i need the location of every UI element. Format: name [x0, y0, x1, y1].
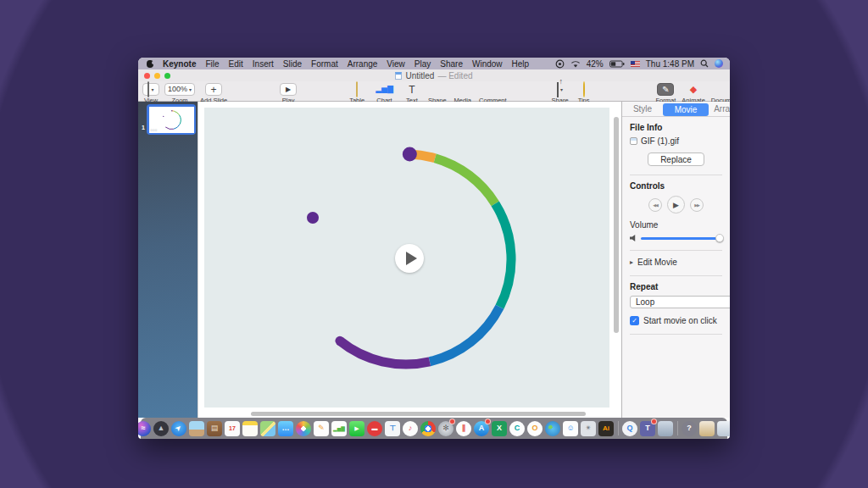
- format-inspector: Style Movie Arrange File Info GIF (1).gi…: [621, 102, 730, 418]
- dock-preview-icon[interactable]: [189, 420, 205, 436]
- app-store-notification-badge: [485, 419, 491, 424]
- dock-messages-icon[interactable]: …: [278, 420, 294, 436]
- menu-help[interactable]: Help: [512, 59, 530, 69]
- slide-thumbnail[interactable]: 000: [149, 107, 194, 133]
- dock-calendar-icon[interactable]: 17: [225, 420, 241, 436]
- dock-contacts-icon[interactable]: ▤: [207, 420, 223, 436]
- search-icon[interactable]: [700, 59, 709, 68]
- dock-communicator-icon[interactable]: ☺: [563, 420, 579, 436]
- volume-slider-knob[interactable]: [715, 234, 724, 242]
- file-info-heading: File Info: [630, 123, 722, 132]
- zoom-value: 100%: [168, 86, 187, 93]
- play-button[interactable]: ▶: [667, 196, 685, 214]
- movie-play-overlay-button[interactable]: [395, 244, 424, 273]
- text-icon: T: [409, 85, 415, 95]
- menu-play[interactable]: Play: [415, 59, 431, 69]
- excel-tile: X: [492, 421, 507, 436]
- dock-itunes-icon[interactable]: ♪: [403, 420, 419, 436]
- facetime-tile: ▶: [349, 421, 364, 436]
- start-movie-checkbox[interactable]: ✓: [630, 316, 639, 325]
- dock-facetime-icon[interactable]: ▶: [349, 420, 365, 436]
- replace-button[interactable]: Replace: [648, 152, 704, 166]
- tab-style[interactable]: Style: [622, 102, 663, 116]
- slide-navigator-item-1[interactable]: 1 000: [138, 102, 198, 135]
- menu-edit[interactable]: Edit: [229, 59, 243, 69]
- window-titlebar[interactable]: Untitled — Edited: [138, 69, 730, 81]
- menu-bar: KeynoteFileEditInsertSlideFormatArrangeV…: [138, 58, 730, 69]
- illustrator-tile: Ai: [598, 421, 614, 436]
- menu-format[interactable]: Format: [311, 59, 338, 69]
- slide-thumbnail-selected[interactable]: 000: [147, 104, 196, 135]
- dock-numbers-icon[interactable]: ▂▅▇: [331, 420, 348, 436]
- dock-satellite-icon[interactable]: ✴: [581, 420, 597, 436]
- wifi-icon[interactable]: [570, 60, 581, 68]
- tab-arrange[interactable]: Arrange: [709, 102, 730, 116]
- messages-tile: …: [278, 421, 293, 436]
- contacts-glyph: ▤: [211, 424, 219, 432]
- shutter-icon[interactable]: [555, 59, 565, 69]
- messages-glyph: …: [282, 424, 290, 432]
- dock-safari-icon[interactable]: ➤: [171, 420, 187, 436]
- dock-office-icon[interactable]: O: [527, 420, 543, 436]
- vertical-scrollbar[interactable]: [614, 117, 619, 333]
- dock-app-store-icon[interactable]: A: [474, 420, 490, 436]
- menu-file[interactable]: File: [205, 59, 219, 69]
- dock-keynote-icon[interactable]: ⊤: [385, 420, 401, 436]
- edit-movie-row[interactable]: ▸ Edit Movie: [622, 251, 730, 267]
- dock-siri-icon[interactable]: ≈: [138, 420, 152, 436]
- dock-quicktime-icon[interactable]: Q: [622, 420, 638, 436]
- us-flag-icon[interactable]: [631, 61, 640, 67]
- slide-navigator[interactable]: 1 000: [138, 102, 198, 418]
- dock-earth-icon[interactable]: [545, 420, 561, 436]
- chevron-down-icon: ▾: [560, 86, 563, 92]
- dock-excel-icon[interactable]: X: [492, 420, 508, 436]
- document-proxy-icon[interactable]: [395, 72, 402, 80]
- siri-icon[interactable]: [715, 59, 723, 68]
- dock-camtasia-icon[interactable]: C: [509, 420, 526, 436]
- menu-slide[interactable]: Slide: [283, 59, 302, 69]
- dock-illustrator-icon[interactable]: Ai: [598, 420, 615, 436]
- slide-canvas[interactable]: [198, 102, 621, 418]
- dock-parallels-icon[interactable]: ∥: [456, 420, 472, 436]
- dock-photos-icon[interactable]: [296, 420, 312, 436]
- disclosure-triangle-icon[interactable]: ▸: [630, 258, 633, 266]
- excel-glyph: X: [497, 424, 502, 432]
- dock-system-preferences-icon[interactable]: ✻: [438, 420, 454, 436]
- menu-insert[interactable]: Insert: [253, 59, 274, 69]
- help-tile: ?: [682, 421, 697, 436]
- dock-launchpad-icon[interactable]: ▲: [153, 420, 170, 436]
- volume-slider[interactable]: [641, 237, 722, 240]
- dock-minimized-window-1-icon[interactable]: [699, 420, 715, 436]
- repeat-dropdown[interactable]: Loop: [630, 296, 730, 308]
- fast-forward-button[interactable]: ▶▶: [690, 198, 704, 212]
- menu-keynote[interactable]: Keynote: [163, 59, 196, 69]
- siri-tile: ≈: [138, 421, 151, 436]
- dock-window-preview-icon[interactable]: [658, 420, 674, 436]
- tab-movie[interactable]: Movie: [663, 103, 709, 116]
- thumbnail-placeholder-text: 000: [151, 128, 158, 132]
- menu-window[interactable]: Window: [472, 59, 503, 69]
- teams-glyph: T: [645, 424, 650, 432]
- dock-maps-icon[interactable]: [260, 420, 276, 436]
- horizontal-scrollbar[interactable]: [251, 412, 586, 416]
- dock-help-icon[interactable]: ?: [682, 420, 698, 436]
- dock-chrome-icon[interactable]: [420, 420, 437, 436]
- menu-arrange[interactable]: Arrange: [348, 59, 378, 69]
- dock-no-entry-icon[interactable]: ▬: [367, 420, 383, 436]
- menu-view[interactable]: View: [387, 59, 405, 69]
- apple-menu-icon[interactable]: [147, 60, 153, 68]
- menu-clock[interactable]: Thu 1:48 PM: [646, 59, 694, 69]
- dock-minimized-window-2-icon[interactable]: [717, 420, 731, 436]
- toolbar: ▾View100%▾Zoom+Add Slide ▶Play Table▂▅▇C…: [138, 81, 730, 102]
- dock-teams-icon[interactable]: T: [640, 420, 656, 436]
- dock-pages-icon[interactable]: ✎: [314, 420, 330, 436]
- communicator-glyph: ☺: [566, 424, 574, 432]
- illustrator-glyph: Ai: [603, 425, 609, 432]
- window-content: 1 000: [138, 102, 730, 418]
- dock-notes-icon[interactable]: [242, 420, 259, 436]
- menu-share[interactable]: Share: [440, 59, 463, 69]
- rewind-button[interactable]: ◀◀: [648, 198, 662, 212]
- slide[interactable]: [204, 108, 609, 408]
- no-entry-tile: ▬: [367, 421, 382, 436]
- controls-section: Controls ◀◀ ▶ ▶▶ Volume: [622, 175, 730, 251]
